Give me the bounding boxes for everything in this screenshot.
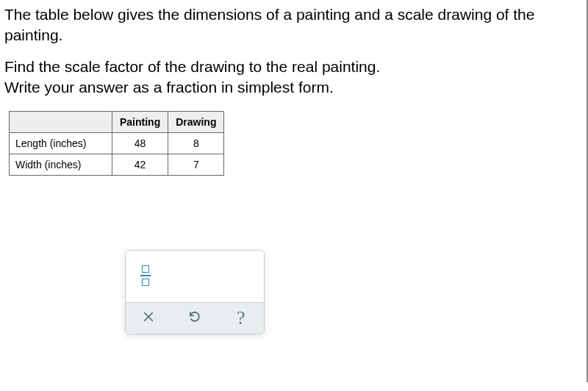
dimensions-table: Painting Drawing Length (inches) 48 8 Wi…: [9, 111, 224, 176]
col-header-painting: Painting: [112, 112, 168, 133]
undo-icon: [188, 310, 201, 327]
table-corner: [10, 112, 112, 133]
problem-intro: The table below gives the dimensions of …: [4, 4, 578, 46]
answer-toolbar: ?: [126, 302, 264, 334]
problem-task: Find the scale factor of the drawing to …: [4, 57, 578, 98]
table-row: Length (inches) 48 8: [10, 133, 224, 154]
problem-container: The table below gives the dimensions of …: [0, 0, 588, 382]
cell-length-drawing: 8: [168, 133, 224, 154]
help-button[interactable]: ?: [218, 303, 264, 334]
help-icon: ?: [237, 307, 245, 329]
table-row: Width (inches) 42 7: [10, 154, 224, 176]
clear-button[interactable]: [126, 303, 172, 334]
cell-width-drawing: 7: [168, 154, 224, 176]
fraction-denominator-box-icon: [142, 279, 149, 286]
fraction-template-button[interactable]: [136, 261, 155, 290]
fraction-numerator-box-icon: [142, 265, 149, 273]
row-label-length: Length (inches): [10, 133, 112, 154]
row-label-width: Width (inches): [10, 154, 112, 176]
clear-icon: [142, 310, 155, 327]
answer-panel: ?: [125, 250, 265, 334]
task-line-2: Write your answer as a fraction in simpl…: [4, 79, 334, 96]
fraction-bar-icon: [140, 275, 151, 276]
col-header-drawing: Drawing: [168, 112, 224, 133]
answer-input-area[interactable]: [126, 251, 264, 302]
undo-button[interactable]: [172, 303, 218, 334]
cell-length-painting: 48: [112, 133, 168, 154]
cell-width-painting: 42: [112, 154, 168, 176]
task-line-1: Find the scale factor of the drawing to …: [4, 58, 380, 75]
